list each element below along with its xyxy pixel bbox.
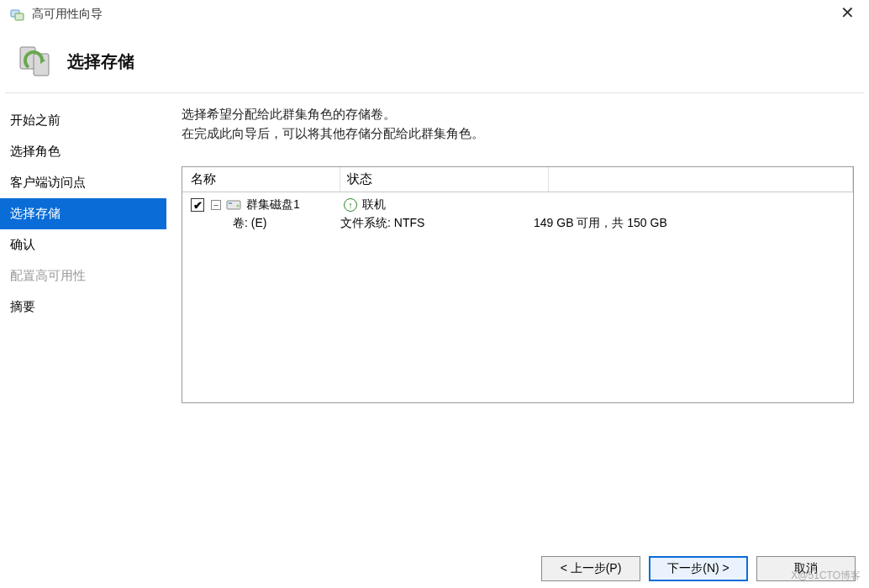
storage-list: 名称 状态 ✔ − 群集磁盘1 [182,166,854,403]
window-title: 高可用性向导 [32,7,103,22]
next-button[interactable]: 下一步(N) > [649,556,748,581]
storage-header-icon [17,42,55,81]
cancel-button[interactable]: 取消 [756,556,856,581]
size-label: 149 GB 可用，共 150 GB [534,216,667,231]
instruction-line-2: 在完成此向导后，可以将其他存储分配给此群集角色。 [182,124,854,144]
storage-row-volume: 卷: (E) 文件系统: NTFS 149 GB 可用，共 150 GB [182,214,853,233]
disk-checkbox[interactable]: ✔ [191,198,204,212]
instruction-line-1: 选择希望分配给此群集角色的存储卷。 [182,105,854,124]
wizard-footer: < 上一步(P) 下一步(N) > 取消 [541,556,856,581]
wizard-steps-sidebar: 开始之前 选择角色 客户端访问点 选择存储 确认 配置高可用性 摘要 [0,93,166,547]
column-header-name[interactable]: 名称 [182,167,340,192]
back-button[interactable]: < 上一步(P) [541,556,640,581]
close-icon[interactable]: ✕ [834,3,861,26]
disk-status: 联机 [362,197,386,213]
storage-row-disk[interactable]: ✔ − 群集磁盘1 ↑ 联机 [182,192,853,214]
titlebar: 高可用性向导 ✕ [0,0,869,27]
wizard-header: 选择存储 [0,27,869,92]
disk-icon [226,198,241,212]
online-status-icon: ↑ [344,198,357,212]
disk-name: 群集磁盘1 [246,197,300,213]
svg-rect-1 [15,13,24,20]
step-confirm[interactable]: 确认 [0,229,166,260]
wizard-icon [10,7,25,22]
volume-label: 卷: (E) [233,216,340,231]
column-header-status[interactable]: 状态 [340,167,549,192]
svg-rect-6 [229,202,232,204]
step-select-role[interactable]: 选择角色 [0,136,166,167]
storage-table-header: 名称 状态 [182,167,853,192]
wizard-main-panel: 选择希望分配给此群集角色的存储卷。 在完成此向导后，可以将其他存储分配给此群集角… [166,93,869,547]
collapse-icon[interactable]: − [211,200,221,210]
wizard-body: 开始之前 选择角色 客户端访问点 选择存储 确认 配置高可用性 摘要 选择希望分… [0,93,869,547]
step-client-access[interactable]: 客户端访问点 [0,167,166,198]
page-title: 选择存储 [67,50,134,73]
step-select-storage[interactable]: 选择存储 [0,198,166,229]
svg-point-7 [237,205,240,207]
instruction-text: 选择希望分配给此群集角色的存储卷。 在完成此向导后，可以将其他存储分配给此群集角… [182,105,854,143]
step-before-begin[interactable]: 开始之前 [0,105,166,136]
step-summary[interactable]: 摘要 [0,291,166,323]
filesystem-label: 文件系统: NTFS [340,216,534,231]
step-configure-ha: 配置高可用性 [0,260,166,291]
column-header-empty [549,167,853,192]
